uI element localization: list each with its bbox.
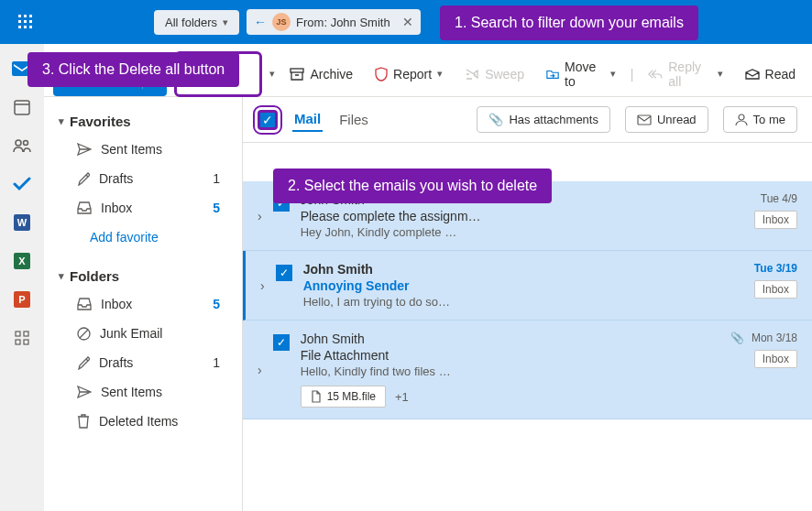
clear-search-icon[interactable]: ✕	[402, 15, 413, 29]
read-button[interactable]: Read	[738, 61, 803, 87]
body-area: ▾Favorites Sent Items Drafts1 Inbox5 Add…	[44, 97, 812, 511]
folder-name: Inbox	[101, 201, 132, 215]
message-meta: Tue 3/19 Inbox	[754, 262, 797, 309]
svg-rect-1	[24, 15, 27, 17]
read-label: Read	[765, 67, 796, 82]
svg-rect-9	[15, 101, 29, 114]
folder-sent-items[interactable]: Sent Items	[51, 135, 235, 164]
separator: |	[631, 67, 634, 82]
folder-name: Sent Items	[101, 142, 162, 157]
junk-icon	[77, 327, 91, 341]
svg-text:W: W	[17, 217, 27, 228]
app-launcher-icon[interactable]	[7, 4, 44, 40]
favorites-label: Favorites	[70, 114, 131, 129]
svg-rect-8	[29, 26, 32, 28]
folders-section[interactable]: ▾Folders	[51, 263, 235, 289]
message-date: 📎Mon 3/18	[730, 332, 797, 344]
sweep-label: Sweep	[485, 67, 524, 82]
tab-mail[interactable]: Mail	[292, 107, 323, 132]
folder-inbox[interactable]: Inbox5	[51, 289, 235, 319]
svg-rect-7	[24, 26, 27, 28]
expand-icon[interactable]: ›	[260, 278, 265, 293]
archive-button[interactable]: Archive	[282, 61, 360, 87]
message-preview: Hello, Kindly find two files …	[301, 364, 719, 378]
folder-count: 1	[213, 355, 220, 370]
filter-to-me[interactable]: To me	[723, 106, 797, 133]
expand-icon[interactable]: ›	[258, 363, 262, 377]
more-apps-icon[interactable]	[12, 328, 32, 348]
message-pane: ✓ Mail Files 📎Has attachments Unread To …	[242, 97, 812, 511]
tutorial-callout-2: 2. Select the emails you wish to delete	[273, 169, 552, 203]
svg-rect-24	[291, 69, 303, 72]
tutorial-callout-3: 3. Click the Delete all button	[27, 52, 239, 87]
filter-has-attachments[interactable]: 📎Has attachments	[477, 106, 610, 133]
tab-files[interactable]: Files	[337, 108, 370, 131]
folder-inbox[interactable]: Inbox5	[51, 193, 235, 223]
folder-deleted-items[interactable]: Deleted Items	[51, 407, 235, 436]
folder-sidebar: ▾Favorites Sent Items Drafts1 Inbox5 Add…	[44, 97, 242, 511]
message-row[interactable]: › ✓ John Smith File Attachment Hello, Ki…	[243, 321, 812, 419]
folder-name: Deleted Items	[99, 414, 178, 429]
chevron-down-icon[interactable]: ▾	[269, 68, 275, 80]
message-checkbox[interactable]: ✓	[273, 334, 290, 351]
svg-rect-0	[18, 15, 21, 17]
svg-text:X: X	[18, 256, 26, 266]
svg-rect-20	[24, 332, 28, 336]
message-row[interactable]: › ✓ John Smith Annoying Sender Hello, I …	[243, 251, 812, 321]
expand-icon[interactable]: ›	[258, 209, 262, 223]
calendar-app-icon[interactable]	[12, 97, 32, 117]
message-preview: Hello, I am trying to do so…	[303, 295, 743, 309]
svg-rect-4	[24, 20, 27, 23]
select-all-checkbox[interactable]: ✓	[258, 110, 278, 130]
svg-rect-3	[18, 20, 21, 23]
attachment-chip[interactable]: 15 MB.file	[301, 386, 386, 408]
message-folder-tag: Inbox	[754, 350, 797, 368]
report-button[interactable]: Report ▾	[368, 61, 450, 87]
svg-text:P: P	[18, 294, 25, 305]
mail-icon	[637, 114, 652, 125]
tutorial-callout-1: 1. Search to filter down your emails	[440, 5, 698, 40]
chevron-down-icon: ▾	[437, 68, 443, 80]
message-checkbox[interactable]: ✓	[276, 265, 292, 281]
svg-rect-2	[29, 15, 32, 17]
folder-name: Inbox	[101, 297, 132, 311]
excel-app-icon[interactable]: X	[12, 251, 32, 271]
favorites-section[interactable]: ▾Favorites	[51, 108, 235, 135]
svg-rect-19	[16, 332, 20, 336]
search-scope-dropdown[interactable]: All folders ▾	[154, 10, 239, 35]
folder-drafts[interactable]: Drafts1	[51, 348, 235, 377]
reply-all-label: Reply all	[668, 60, 711, 89]
folder-move-icon	[546, 68, 559, 81]
people-app-icon[interactable]	[12, 136, 32, 156]
word-app-icon[interactable]: W	[12, 212, 32, 233]
move-to-button[interactable]: Move to ▾	[539, 54, 623, 94]
folder-name: Sent Items	[101, 385, 162, 399]
filter-unread[interactable]: Unread	[625, 106, 708, 133]
svg-rect-6	[18, 26, 21, 28]
attachment-more[interactable]: +1	[395, 390, 409, 404]
message-list: › ✓ John Smith Please complete the assig…	[243, 181, 812, 419]
filter-label: Has attachments	[509, 113, 598, 126]
folder-junk[interactable]: Junk Email	[51, 319, 235, 348]
powerpoint-app-icon[interactable]: P	[12, 289, 32, 310]
message-subject: Annoying Sender	[303, 278, 743, 293]
filter-label: Unread	[657, 113, 697, 126]
sweep-button[interactable]: Sweep	[457, 61, 532, 87]
search-scope-label: All folders	[165, 16, 217, 29]
todo-app-icon[interactable]	[12, 174, 32, 194]
folder-sent-items[interactable]: Sent Items	[51, 377, 235, 407]
add-favorite-link[interactable]: Add favorite	[51, 223, 235, 252]
archive-icon	[290, 68, 304, 81]
svg-rect-27	[638, 115, 651, 125]
message-date: Tue 4/9	[754, 192, 797, 205]
reply-all-button[interactable]: Reply all ▾	[641, 54, 730, 94]
svg-point-12	[24, 141, 28, 146]
back-arrow-icon[interactable]: ←	[254, 15, 267, 29]
reply-all-icon	[648, 69, 663, 80]
chevron-down-icon: ▾	[610, 68, 616, 80]
chevron-down-icon: ▾	[718, 68, 723, 80]
inbox-icon	[77, 298, 92, 310]
search-box[interactable]: ← JS From: John Smith ✕	[247, 9, 421, 35]
message-list-header: ✓ Mail Files 📎Has attachments Unread To …	[243, 97, 812, 143]
folder-drafts[interactable]: Drafts1	[51, 164, 235, 193]
